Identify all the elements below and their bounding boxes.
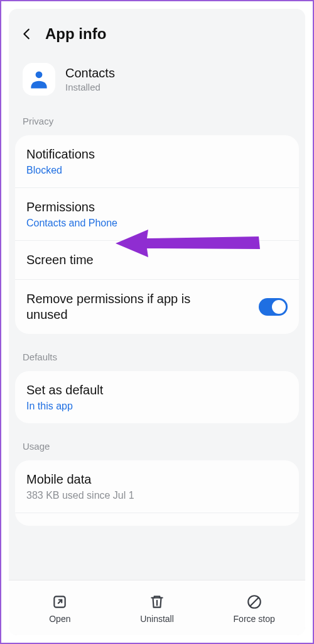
screen-time-row[interactable]: Screen time	[15, 240, 299, 279]
remove-permissions-row[interactable]: Remove permissions if app is unused	[15, 279, 299, 334]
section-label-usage: Usage	[9, 435, 305, 458]
app-info-screen: App info Contacts Installed Privacy Noti…	[9, 9, 305, 635]
remove-permissions-toggle[interactable]	[259, 298, 288, 316]
permissions-row[interactable]: Permissions Contacts and Phone	[15, 187, 299, 240]
svg-point-0	[36, 71, 43, 78]
trash-icon	[149, 594, 165, 610]
mobile-data-value: 383 KB used since Jul 1	[26, 490, 288, 501]
back-icon[interactable]	[20, 27, 34, 41]
cutoff-row	[15, 513, 299, 526]
set-default-value: In this app	[26, 401, 288, 412]
remove-permissions-title: Remove permissions if app is unused	[26, 291, 215, 323]
force-stop-button[interactable]: Force stop	[220, 594, 289, 624]
mobile-data-row[interactable]: Mobile data 383 KB used since Jul 1	[15, 460, 299, 513]
section-label-defaults: Defaults	[9, 345, 305, 369]
section-label-privacy: Privacy	[9, 109, 305, 133]
open-label: Open	[49, 614, 70, 624]
open-icon	[51, 594, 68, 610]
notifications-row[interactable]: Notifications Blocked	[15, 135, 299, 187]
mobile-data-title: Mobile data	[26, 472, 288, 487]
app-summary: Contacts Installed	[9, 49, 305, 109]
defaults-card: Set as default In this app	[15, 371, 299, 423]
app-name: Contacts	[65, 66, 115, 80]
notifications-value: Blocked	[26, 165, 288, 176]
force-stop-label: Force stop	[234, 614, 275, 624]
permissions-title: Permissions	[26, 199, 288, 215]
usage-card: Mobile data 383 KB used since Jul 1	[15, 460, 299, 526]
set-default-title: Set as default	[26, 382, 288, 398]
page-title: App info	[45, 25, 106, 43]
privacy-card: Notifications Blocked Permissions Contac…	[15, 135, 299, 334]
open-button[interactable]: Open	[25, 594, 94, 624]
set-default-row[interactable]: Set as default In this app	[15, 371, 299, 423]
screen-time-title: Screen time	[26, 252, 288, 268]
notifications-title: Notifications	[26, 147, 288, 162]
header: App info	[9, 9, 305, 49]
permissions-value: Contacts and Phone	[26, 218, 288, 229]
svg-line-4	[250, 597, 258, 606]
contacts-app-icon	[23, 63, 55, 96]
uninstall-label: Uninstall	[140, 614, 174, 624]
uninstall-button[interactable]: Uninstall	[122, 594, 192, 624]
app-status: Installed	[65, 82, 115, 92]
bottom-bar: Open Uninstall	[9, 580, 305, 635]
block-icon	[246, 594, 263, 610]
